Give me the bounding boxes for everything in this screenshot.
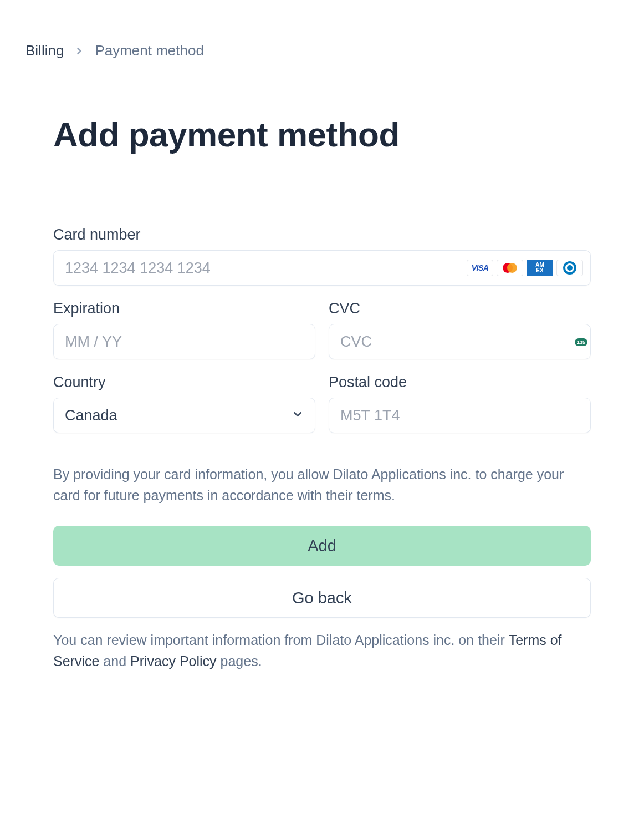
country-select[interactable]: Canada (53, 398, 315, 433)
cvc-input[interactable] (329, 324, 591, 359)
add-button[interactable]: Add (53, 526, 591, 566)
privacy-policy-link[interactable]: Privacy Policy (130, 653, 217, 669)
go-back-button[interactable]: Go back (53, 578, 591, 618)
diners-icon (556, 260, 583, 276)
visa-icon: VISA (467, 260, 493, 276)
amex-icon: AMEX (527, 260, 553, 276)
footer-mid: and (99, 653, 130, 669)
country-selected-value: Canada (65, 407, 117, 424)
card-number-label: Card number (53, 226, 591, 243)
breadcrumb-billing-link[interactable]: Billing (25, 42, 64, 59)
footer-suffix: pages. (217, 653, 262, 669)
breadcrumb-current: Payment method (95, 42, 204, 59)
card-brand-icons: VISA AMEX (467, 260, 583, 276)
payment-form: Card number VISA AMEX Expiration (25, 226, 619, 672)
mastercard-icon (497, 260, 523, 276)
expiration-input[interactable] (53, 324, 315, 359)
country-label: Country (53, 374, 315, 391)
expiration-label: Expiration (53, 300, 315, 317)
chevron-right-icon (74, 45, 85, 57)
footer-legal-text: You can review important information fro… (53, 630, 591, 672)
postal-input[interactable] (329, 398, 591, 433)
breadcrumb: Billing Payment method (25, 42, 619, 59)
charge-disclosure: By providing your card information, you … (53, 464, 591, 506)
page-title: Add payment method (53, 115, 619, 154)
cvc-label: CVC (329, 300, 591, 317)
footer-prefix: You can review important information fro… (53, 632, 509, 648)
postal-label: Postal code (329, 374, 591, 391)
chevron-down-icon (292, 407, 304, 424)
